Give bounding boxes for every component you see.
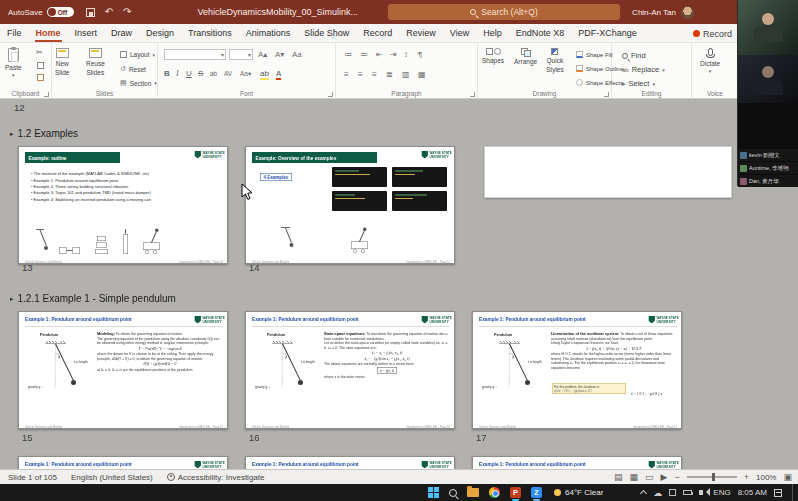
character-spacing-button[interactable]: AV bbox=[224, 70, 232, 77]
shrink-font-icon[interactable]: A▾ bbox=[275, 50, 284, 59]
tab-view[interactable]: View bbox=[443, 24, 476, 42]
slide-thumbnail-20[interactable]: Example 1: Pendulum around equilibrium p… bbox=[472, 456, 682, 469]
zoom-level[interactable]: 100% bbox=[756, 473, 776, 482]
slide-indicator[interactable]: Slide 1 of 105 bbox=[8, 473, 57, 482]
participant-row[interactable]: Dan, 黄丹华 bbox=[738, 175, 798, 187]
align-right-icon[interactable]: ≡ bbox=[372, 70, 377, 79]
line-spacing-icon[interactable]: ↕ bbox=[404, 50, 408, 59]
slide-thumbnail-19[interactable]: Example 1: Pendulum around equilibrium p… bbox=[245, 456, 455, 469]
font-color-button[interactable]: A bbox=[276, 69, 281, 80]
show-desktop-button[interactable] bbox=[792, 484, 794, 501]
section-header-examples[interactable]: ▸ 1.2 Examples bbox=[10, 128, 78, 139]
increase-indent-icon[interactable]: ⇥ bbox=[390, 50, 397, 59]
accessibility-checker[interactable]: Accessibility: Investigate bbox=[167, 473, 265, 482]
search-input[interactable]: Search (Alt+Q) bbox=[388, 4, 620, 20]
tab-file[interactable]: File bbox=[0, 24, 29, 42]
battery-icon[interactable] bbox=[683, 490, 692, 495]
tab-endnote[interactable]: EndNote X8 bbox=[509, 24, 572, 42]
layout-button[interactable]: Layout▾ bbox=[120, 51, 155, 58]
autosave-toggle[interactable]: Off bbox=[47, 7, 74, 17]
align-left-icon[interactable]: ≡ bbox=[344, 70, 349, 79]
slide-grid-canvas[interactable]: 12 ▸ 1.2 Examples Example: outline WAYNE… bbox=[0, 99, 798, 469]
bold-button[interactable]: B bbox=[164, 69, 170, 78]
section-header-example1[interactable]: ▸ 1.2.1 Example 1 - Simple pendulum bbox=[10, 293, 176, 304]
tab-slide-show[interactable]: Slide Show bbox=[297, 24, 356, 42]
slideshow-button[interactable]: ▶ bbox=[661, 472, 668, 482]
reading-view-button[interactable]: ▭ bbox=[645, 472, 654, 482]
weather-widget[interactable]: 64°F Clear bbox=[554, 488, 603, 497]
tab-review[interactable]: Review bbox=[399, 24, 443, 42]
normal-view-button[interactable]: ▤ bbox=[614, 472, 623, 482]
participant-row[interactable]: kevin 劉楷文 bbox=[738, 149, 798, 161]
floating-white-panel[interactable] bbox=[484, 146, 732, 198]
zoom-slider[interactable] bbox=[687, 476, 737, 478]
powerpoint-icon[interactable]: P bbox=[510, 487, 521, 498]
find-button[interactable]: Find bbox=[622, 51, 646, 60]
tab-transitions[interactable]: Transitions bbox=[181, 24, 239, 42]
save-icon[interactable] bbox=[86, 8, 95, 17]
select-button[interactable]: ▸Select▾ bbox=[622, 79, 655, 88]
justify-icon[interactable]: ≣ bbox=[386, 70, 393, 79]
section-button[interactable]: ▤Section▾ bbox=[120, 79, 157, 87]
italic-button[interactable]: I bbox=[176, 69, 179, 78]
volume-icon[interactable] bbox=[699, 490, 703, 495]
shapes-button[interactable]: Shapes bbox=[482, 48, 504, 64]
fit-slide-button[interactable]: ▣ bbox=[783, 472, 792, 482]
video-tile-secondary[interactable] bbox=[738, 55, 798, 103]
zoom-out-button[interactable]: − bbox=[674, 472, 679, 482]
record-button[interactable]: Record bbox=[693, 26, 732, 41]
font-dialog-launcher[interactable] bbox=[328, 92, 333, 97]
action-center-icon[interactable] bbox=[774, 489, 782, 497]
chrome-icon[interactable] bbox=[489, 487, 500, 498]
grow-font-icon[interactable]: A▴ bbox=[258, 50, 267, 59]
font-size-combo[interactable] bbox=[229, 49, 253, 60]
language-indicator[interactable]: English (United States) bbox=[71, 473, 153, 482]
align-center-icon[interactable]: ≡ bbox=[358, 70, 363, 79]
paste-button[interactable]: Paste ▾ bbox=[5, 48, 22, 79]
copy-icon[interactable] bbox=[37, 62, 44, 69]
arrange-button[interactable]: Arrange bbox=[514, 48, 537, 65]
drawing-dialog-launcher[interactable] bbox=[604, 92, 609, 97]
reset-button[interactable]: ↺Reset bbox=[120, 65, 146, 73]
tab-draw[interactable]: Draw bbox=[104, 24, 139, 42]
quick-styles-button[interactable]: Quick Styles bbox=[546, 48, 564, 73]
cut-icon[interactable]: ✂ bbox=[36, 48, 43, 57]
redo-icon[interactable]: ↷ bbox=[123, 7, 131, 17]
clear-formatting-icon[interactable]: Aa bbox=[292, 50, 302, 59]
tab-animations[interactable]: Animations bbox=[239, 24, 298, 42]
clipboard-dialog-launcher[interactable] bbox=[44, 92, 49, 97]
shape-fill-button[interactable]: Shape Fill bbox=[576, 51, 613, 58]
language-switcher[interactable]: ENG bbox=[713, 488, 730, 497]
tray-app-icon[interactable] bbox=[669, 489, 676, 496]
replace-button[interactable]: abReplace▾ bbox=[622, 65, 665, 74]
slide-thumbnail-18[interactable]: Example 1: Pendulum around equilibrium p… bbox=[18, 456, 228, 469]
tab-pdf-xchange[interactable]: PDF-XChange bbox=[571, 24, 644, 42]
tab-help[interactable]: Help bbox=[476, 24, 509, 42]
undo-icon[interactable]: ↶ bbox=[105, 7, 113, 17]
tab-insert[interactable]: Insert bbox=[68, 24, 105, 42]
tab-home[interactable]: Home bbox=[29, 24, 68, 42]
clock[interactable]: 8:05 AM bbox=[738, 488, 767, 497]
convert-smartart-icon[interactable]: ▦ bbox=[418, 70, 426, 79]
zoom-app-icon[interactable]: Z bbox=[531, 487, 542, 498]
file-explorer-icon[interactable] bbox=[467, 488, 479, 497]
strikethrough-button[interactable]: S bbox=[198, 69, 203, 78]
columns-icon[interactable]: ▥ bbox=[402, 70, 410, 79]
reuse-slides-button[interactable]: Reuse Slides bbox=[86, 48, 105, 76]
decrease-indent-icon[interactable]: ⇤ bbox=[376, 50, 383, 59]
numbering-icon[interactable]: ≕ bbox=[360, 50, 368, 59]
underline-button[interactable]: U bbox=[186, 69, 192, 78]
paragraph-dialog-launcher[interactable] bbox=[470, 92, 475, 97]
slide-sorter-view-button[interactable]: ▦ bbox=[630, 472, 639, 482]
slide-thumbnail-16[interactable]: Example 1: Pendulum around equilibrium p… bbox=[245, 311, 455, 429]
dictate-button[interactable]: Dictate ▾ bbox=[700, 48, 720, 75]
video-tile-active[interactable] bbox=[738, 0, 798, 55]
participant-row[interactable]: Auntime, 李维明 bbox=[738, 162, 798, 174]
tab-record[interactable]: Record bbox=[356, 24, 399, 42]
new-slide-button[interactable]: New Slide bbox=[55, 48, 69, 76]
slide-thumbnail-17[interactable]: Example 1: Pendulum around equilibrium p… bbox=[472, 311, 682, 429]
start-button[interactable] bbox=[428, 487, 439, 498]
slide-thumbnail-15[interactable]: Example 1: Pendulum around equilibrium p… bbox=[18, 311, 228, 429]
taskbar-search-icon[interactable] bbox=[449, 489, 457, 497]
change-case-button[interactable]: Aa▾ bbox=[240, 70, 251, 78]
